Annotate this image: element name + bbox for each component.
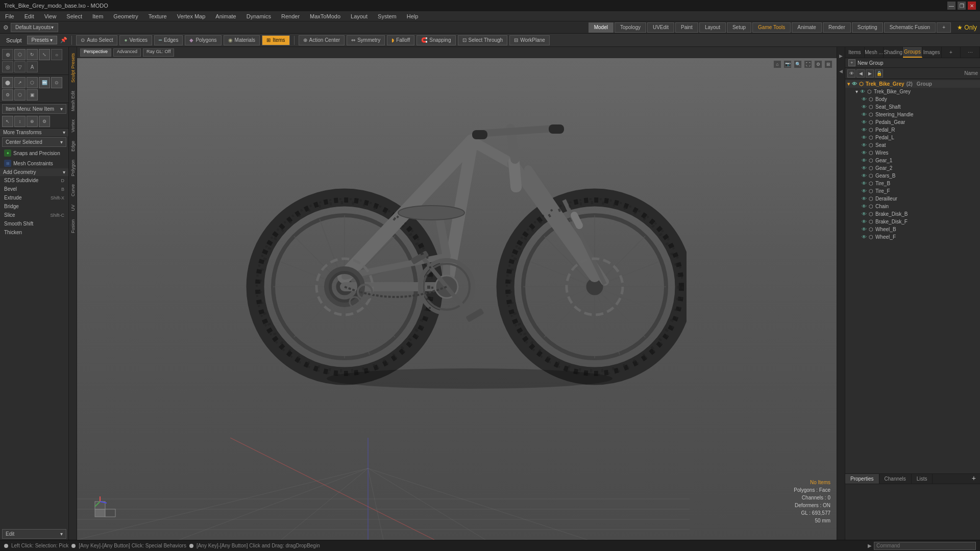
camera-icon[interactable]: 📷 (783, 60, 792, 68)
tool-icon-11[interactable]: ⬡ (14, 89, 26, 101)
tree-item-gear1[interactable]: 👁 ⬡ Gear_1 (845, 157, 980, 164)
tool-icon-7[interactable]: ⬡ (27, 77, 38, 88)
new-group-btn[interactable]: + (848, 59, 855, 66)
tab-add[interactable]: + (937, 22, 951, 33)
menu-layout[interactable]: Layout (349, 13, 370, 19)
titlebar-controls[interactable]: — ❐ ✕ (947, 2, 976, 10)
tree-item-wires[interactable]: 👁 ⬡ Wires (845, 149, 980, 157)
tree-item-pedals-gear[interactable]: 👁 ⬡ Pedals_Gear (845, 118, 980, 126)
tree-item-pedal-l[interactable]: 👁 ⬡ Pedal_L (845, 134, 980, 141)
tool-icon-select[interactable]: ⬡ (14, 49, 26, 60)
tab-paint[interactable]: Paint (675, 22, 698, 33)
select-through-btn[interactable]: ⊡ Select Through (458, 35, 508, 45)
bevel-item[interactable]: Bevel B (0, 185, 68, 193)
snaps-precision-item[interactable]: ✦ Snaps and Precision (0, 148, 68, 158)
rp-lock-btn[interactable]: 🔒 (875, 69, 883, 78)
viewport-gizmo[interactable] (92, 494, 118, 519)
settings-icon[interactable]: ⚙ (814, 60, 822, 68)
vtab-sculpt-presets[interactable]: Sculpt Presets (69, 49, 77, 87)
transform-4[interactable]: ⚙ (39, 116, 50, 127)
tab-model[interactable]: Model (589, 22, 614, 33)
edges-btn[interactable]: ━ Edges (154, 35, 183, 45)
vtab-uv[interactable]: UV (69, 201, 77, 215)
bp-tab-lists[interactable]: Lists (912, 474, 933, 484)
col-vtab-2[interactable]: ▶ (838, 64, 845, 80)
rp-tab-images[interactable]: Images (922, 47, 942, 58)
smooth-shift-item[interactable]: Smooth Shift (0, 219, 68, 228)
tree-item-wheel-b[interactable]: 👁 ⬡ Wheel_B (845, 226, 980, 233)
rp-fwd-btn[interactable]: ▶ (866, 69, 874, 78)
menu-view[interactable]: View (42, 13, 59, 19)
transform-2[interactable]: ↕ (14, 116, 26, 127)
rp-tab-more[interactable]: ⋯ (961, 47, 980, 58)
rp-tab-items[interactable]: Items (845, 47, 865, 58)
menu-vertexmap[interactable]: Vertex Map (175, 13, 208, 19)
tool-icon-4[interactable]: A (27, 61, 38, 72)
tool-icon-8[interactable]: 🔤 (39, 77, 50, 88)
menu-geometry[interactable]: Geometry (111, 13, 140, 19)
menu-system[interactable]: System (376, 13, 399, 19)
tool-icon-6[interactable]: ↗ (14, 77, 26, 88)
tree-item-gears-b[interactable]: 👁 ⬡ Gears_B (845, 172, 980, 180)
menu-select[interactable]: Select (64, 13, 84, 19)
transform-3[interactable]: ⊕ (27, 116, 38, 127)
star-button[interactable]: ★ Only (957, 24, 977, 31)
falloff-btn[interactable]: ◗ Falloff (387, 35, 414, 45)
col-vtab-1[interactable]: ◀ (838, 49, 845, 64)
rp-tab-shading[interactable]: Shading (884, 47, 903, 58)
vertices-btn[interactable]: ● Vertices (119, 35, 152, 45)
tool-icon-9[interactable]: ⊙ (51, 77, 62, 88)
rp-tab-groups[interactable]: Groups (903, 47, 922, 58)
center-selected-dropdown[interactable]: Center Selected ▾ (2, 137, 66, 147)
maximize-icon[interactable]: ⛶ (804, 60, 812, 68)
tree-item-pedal-r[interactable]: 👁 ⬡ Pedal_R (845, 126, 980, 134)
tool-icon-move[interactable]: ⊕ (2, 49, 13, 60)
minimize-btn[interactable]: — (947, 2, 955, 10)
presets-button[interactable]: Presets ▾ (27, 36, 58, 44)
menu-texture[interactable]: Texture (146, 13, 169, 19)
scene-group-header[interactable]: ▾ 👁 ⬡ Trek_Bike_Grey (2) Group (845, 80, 980, 88)
perspective-btn[interactable]: Perspective (80, 48, 111, 57)
tree-item-chain[interactable]: 👁 ⬡ Chain (845, 203, 980, 210)
menu-dynamics[interactable]: Dynamics (244, 13, 273, 19)
layout-gear-icon[interactable]: ⚙ (3, 24, 9, 31)
tool-icon-rotate[interactable]: ↻ (27, 49, 38, 60)
tool-icon-1[interactable]: ○ (51, 49, 62, 60)
sds-subdivide-item[interactable]: SDS Subdivide D (0, 176, 68, 185)
tab-setup[interactable]: Setup (727, 22, 751, 33)
rp-back-btn[interactable]: ◀ (856, 69, 865, 78)
tool-icon-10[interactable]: ⚙ (2, 89, 13, 101)
tab-layout[interactable]: Layout (699, 22, 726, 33)
materials-btn[interactable]: ◉ Materials (224, 35, 260, 45)
tab-schematic[interactable]: Schematic Fusion (884, 22, 936, 33)
menu-maxtomodo[interactable]: MaxToModo (308, 13, 342, 19)
menu-help[interactable]: Help (405, 13, 421, 19)
vtab-mesh-edit[interactable]: Mesh Edit (69, 87, 77, 115)
bp-add-btn[interactable]: + (968, 474, 980, 484)
vtab-fusion[interactable]: Fusion (69, 215, 77, 237)
mesh-constraints-item[interactable]: ⊞ Mesh Constraints (0, 158, 68, 168)
snapping-btn[interactable]: 🧲 Snapping (416, 35, 455, 45)
transform-1[interactable]: ↖ (2, 116, 13, 127)
extrude-item[interactable]: Extrude Shift-X (0, 193, 68, 202)
menu-edit[interactable]: Edit (22, 13, 36, 19)
menu-render[interactable]: Render (279, 13, 302, 19)
bridge-item[interactable]: Bridge (0, 202, 68, 211)
tool-icon-2[interactable]: ◎ (2, 61, 13, 72)
tree-item-derailleur[interactable]: 👁 ⬡ Derailleur (845, 195, 980, 203)
tab-game-tools[interactable]: Game Tools (752, 22, 791, 33)
polygons-btn[interactable]: ◆ Polygons (185, 35, 221, 45)
item-menu-dropdown[interactable]: Item Menu: New Item ▾ (2, 104, 66, 114)
command-input[interactable] (874, 542, 976, 550)
tool-icon-5[interactable]: ⬤ (2, 77, 13, 88)
tab-topology[interactable]: Topology (615, 22, 646, 33)
menu-item[interactable]: Item (90, 13, 105, 19)
tree-item-gear2[interactable]: 👁 ⬡ Gear_2 (845, 164, 980, 172)
action-center-btn[interactable]: ⊕ Action Center (299, 35, 345, 45)
bp-tab-properties[interactable]: Properties (845, 474, 879, 484)
tab-scripting[interactable]: Scripting (852, 22, 883, 33)
advanced-btn[interactable]: Advanced (113, 48, 141, 57)
tree-item-brake-disk-b[interactable]: 👁 ⬡ Brake_Disk_B (845, 210, 980, 218)
vtab-polygon[interactable]: Polygon (69, 156, 77, 181)
tree-item-wheel-f[interactable]: 👁 ⬡ Wheel_F (845, 233, 980, 241)
